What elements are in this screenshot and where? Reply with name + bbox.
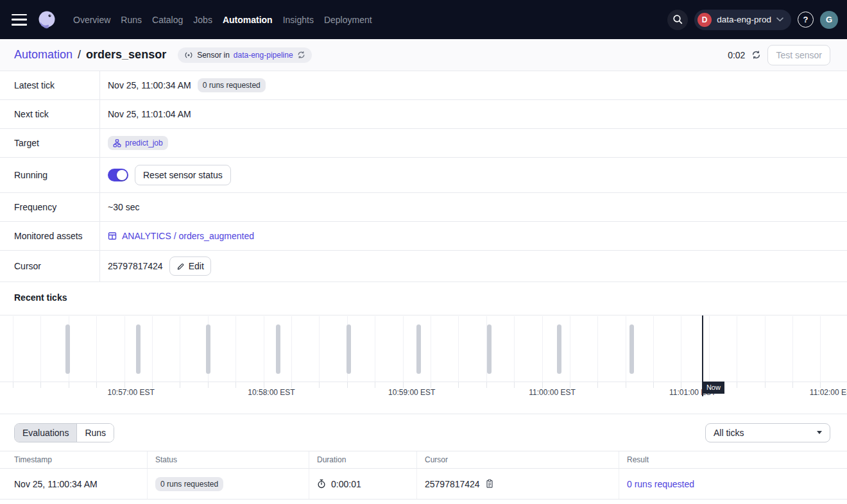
chart-axis-tick: [13, 382, 13, 388]
chart-axis-tick: [486, 382, 487, 388]
search-icon[interactable]: [667, 10, 688, 30]
cell-timestamp: Nov 25, 11:00:34 AM: [0, 469, 148, 499]
chart-axis-tick: [597, 382, 598, 388]
chart-axis-tick: [403, 382, 404, 388]
latest-tick-status-badge: 0 runs requested: [198, 78, 266, 92]
deployment-switcher[interactable]: D data-eng-prod: [694, 10, 791, 30]
reset-sensor-status-button[interactable]: Reset sensor status: [135, 165, 231, 185]
latest-tick-label: Latest tick: [0, 80, 99, 90]
chart-gridline: [403, 316, 404, 382]
nav-item-jobs[interactable]: Jobs: [193, 15, 212, 25]
chart-gridline: [431, 316, 431, 382]
status-badge: 0 runs requested: [155, 477, 223, 491]
tick-bar[interactable]: [416, 324, 421, 374]
recent-ticks-heading: Recent ticks: [0, 282, 847, 315]
column-header-cursor: Cursor: [417, 451, 619, 468]
tick-filter-select[interactable]: All ticks: [705, 423, 830, 442]
test-sensor-button[interactable]: Test sensor: [767, 45, 830, 65]
edit-cursor-button[interactable]: Edit: [169, 256, 211, 276]
tick-filter-value: All ticks: [714, 428, 744, 438]
cell-cursor: 25797817424: [417, 469, 619, 499]
page-header: Automation / orders_sensor Sensor in dat…: [0, 39, 847, 71]
latest-tick-row: Latest tick Nov 25, 11:00:34 AM 0 runs r…: [0, 71, 847, 100]
job-icon: [113, 139, 121, 147]
chart-axis-tick: [152, 382, 153, 388]
hamburger-menu-icon[interactable]: [12, 14, 27, 26]
tab-runs[interactable]: Runs: [76, 424, 114, 442]
user-avatar[interactable]: G: [820, 11, 838, 29]
chart-axis-tick: [653, 382, 654, 388]
nav-item-runs[interactable]: Runs: [121, 15, 142, 25]
chart-axis-tick: [458, 382, 459, 388]
copy-clipboard-icon[interactable]: [485, 479, 494, 489]
chart-gridline: [681, 316, 681, 382]
dagster-logo-icon[interactable]: [37, 10, 56, 29]
target-row: Target predict_job: [0, 129, 847, 158]
chart-axis-tick: [820, 382, 821, 388]
chart-gridline: [264, 316, 264, 382]
chart-axis-tick: [235, 382, 236, 388]
chart-axis-tick: [208, 382, 209, 388]
chart-axis-tick: [570, 382, 570, 388]
nav-item-catalog[interactable]: Catalog: [152, 15, 183, 25]
tick-bar[interactable]: [136, 324, 141, 374]
chart-axis-tick: [69, 382, 69, 388]
chart-gridline: [124, 316, 125, 382]
chart-axis-tick: [124, 382, 125, 388]
result-link[interactable]: 0 runs requested: [627, 479, 694, 489]
nav-item-deployment[interactable]: Deployment: [324, 15, 372, 25]
chart-gridline: [570, 316, 570, 382]
axis-label: 11:00:00 EST: [529, 388, 576, 397]
asset-table-icon: [108, 231, 117, 240]
nav-item-overview[interactable]: Overview: [73, 15, 110, 25]
tick-bar[interactable]: [276, 324, 280, 374]
cursor-label: Cursor: [0, 261, 99, 271]
tick-bar[interactable]: [487, 324, 492, 374]
cell-duration: 0:00:01: [309, 469, 417, 499]
monitored-asset-name: ANALYTICS / orders_augmented: [122, 231, 254, 241]
chart-gridline: [180, 316, 180, 382]
chart-axis-tick: [514, 382, 515, 388]
tab-evaluations[interactable]: Evaluations: [15, 424, 76, 442]
column-header-timestamp: Timestamp: [0, 451, 148, 468]
frequency-label: Frequency: [0, 202, 99, 212]
tick-bar[interactable]: [65, 324, 70, 374]
axis-label: 10:57:00 EST: [107, 388, 154, 397]
reload-location-icon[interactable]: [297, 51, 305, 59]
chart-axis-tick: [765, 382, 766, 388]
tick-bar[interactable]: [206, 324, 210, 374]
refresh-countdown: 0:02: [728, 50, 745, 60]
target-job-pill[interactable]: predict_job: [108, 136, 168, 150]
chart-axis-tick: [319, 382, 320, 388]
next-tick-row: Next tick Nov 25, 11:01:04 AM: [0, 100, 847, 129]
sensor-type-badge: Sensor in data-eng-pipeline: [178, 47, 311, 63]
chart-gridline: [626, 316, 626, 382]
monitored-assets-label: Monitored assets: [0, 231, 99, 241]
chart-gridline: [152, 316, 153, 382]
chart-gridline: [40, 316, 41, 382]
chart-axis-tick: [681, 382, 681, 388]
tick-bar[interactable]: [346, 324, 351, 374]
frequency-value: ~30 sec: [108, 202, 139, 212]
code-location-link[interactable]: data-eng-pipeline: [234, 51, 293, 60]
monitored-asset-link[interactable]: ANALYTICS / orders_augmented: [108, 231, 254, 241]
caret-down-icon: [817, 431, 822, 434]
tick-bar[interactable]: [629, 324, 634, 374]
now-badge: Now: [703, 382, 724, 394]
help-icon[interactable]: ?: [798, 12, 814, 28]
refresh-icon[interactable]: [751, 50, 761, 60]
chart-gridline: [597, 316, 598, 382]
nav-item-automation[interactable]: Automation: [223, 15, 273, 25]
latest-tick-value: Nov 25, 11:00:34 AM: [108, 80, 191, 90]
chart-axis-tick: [431, 382, 431, 388]
nav-item-insights[interactable]: Insights: [283, 15, 314, 25]
axis-label: 10:59:00 EST: [388, 388, 435, 397]
breadcrumb-automation-link[interactable]: Automation: [14, 48, 73, 62]
cell-status: 0 runs requested: [148, 469, 309, 499]
chart-axis-tick: [180, 382, 180, 388]
chart-axis-tick: [792, 382, 793, 388]
running-toggle[interactable]: [108, 169, 128, 181]
tick-bar[interactable]: [557, 324, 561, 374]
next-tick-label: Next tick: [0, 109, 99, 119]
chart-gridline: [653, 316, 654, 382]
